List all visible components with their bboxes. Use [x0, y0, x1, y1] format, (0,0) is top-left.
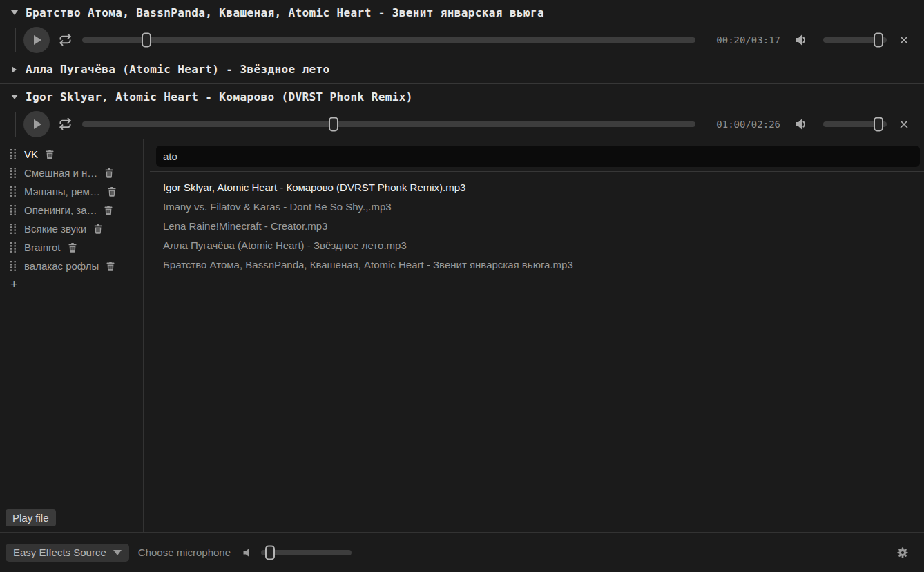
player-group-2: Алла Пугачёва (Atomic Heart) - Звёздное …	[0, 55, 924, 83]
drag-handle-icon[interactable]	[10, 205, 17, 215]
drag-handle-icon[interactable]	[10, 261, 17, 271]
time-display: 01:00/02:26	[716, 119, 780, 130]
player-group-1-header[interactable]: Братство Атома, BassnPanda, Квашеная, At…	[0, 0, 924, 25]
seek-slider-thumb[interactable]	[142, 32, 151, 47]
player-group-3: Igor Sklyar, Atomic Heart - Комарово (DV…	[0, 84, 924, 139]
play-file-button[interactable]: Play file	[6, 509, 56, 526]
search-input[interactable]	[156, 146, 920, 167]
volume-slider[interactable]	[823, 37, 887, 43]
collapse-icon	[10, 95, 18, 99]
tab-label: Опенинги, за…	[24, 204, 97, 216]
volume-slider-thumb[interactable]	[874, 32, 883, 47]
sidebar-tab-mashups[interactable]: Мэшапы, рем…	[0, 182, 143, 201]
main-section: VK Смешная и н… Мэшапы, рем… Опенинги, з…	[0, 139, 924, 532]
trash-icon[interactable]	[94, 224, 102, 234]
gear-icon[interactable]	[896, 546, 909, 559]
close-icon[interactable]	[898, 34, 910, 46]
tab-label: Мэшапы, рем…	[24, 186, 100, 197]
playlist-sidebar: VK Смешная и н… Мэшапы, рем… Опенинги, з…	[0, 139, 144, 532]
plus-icon: +	[10, 277, 18, 292]
time-display: 00:20/03:17	[716, 34, 780, 46]
play-icon	[34, 35, 41, 45]
tab-label: валакас рофлы	[24, 260, 99, 272]
tab-label: Смешная и н…	[24, 167, 97, 179]
player-track-title: Алла Пугачёва (Atomic Heart) - Звёздное …	[26, 63, 330, 76]
play-button[interactable]	[23, 27, 50, 53]
trash-icon[interactable]	[108, 187, 116, 197]
indent-guide	[15, 28, 16, 52]
tab-label: Brainrot	[24, 241, 61, 253]
source-select-dropdown[interactable]: Easy Effects Source	[6, 544, 129, 562]
volume-slider-thumb[interactable]	[874, 117, 883, 131]
muted-speaker-icon[interactable]	[242, 547, 253, 558]
soundboard-app: Братство Атома, BassnPanda, Квашеная, At…	[0, 0, 924, 572]
trash-icon[interactable]	[105, 168, 113, 178]
divider	[150, 171, 924, 172]
add-tab-button[interactable]: +	[0, 275, 143, 294]
drag-handle-icon[interactable]	[10, 168, 17, 178]
sidebar-tab-smeshnaya[interactable]: Смешная и н…	[0, 164, 143, 182]
sidebar-tab-sounds[interactable]: Всякие звуки	[0, 219, 143, 238]
expand-icon	[10, 66, 18, 73]
drag-handle-icon[interactable]	[10, 149, 17, 159]
drag-handle-icon[interactable]	[10, 242, 17, 253]
tab-label: VK	[24, 148, 38, 160]
mic-volume-slider-thumb[interactable]	[265, 545, 275, 560]
sidebar-spacer	[0, 294, 143, 509]
file-list: Igor Sklyar, Atomic Heart - Комарово (DV…	[156, 177, 924, 274]
sidebar-tab-openings[interactable]: Опенинги, за…	[0, 201, 143, 219]
repeat-icon[interactable]	[59, 117, 72, 130]
trash-icon[interactable]	[46, 150, 54, 159]
choose-microphone-label: Choose microphone	[138, 546, 231, 558]
close-icon[interactable]	[898, 118, 910, 130]
file-item[interactable]: Алла Пугачёва (Atomic Heart) - Звёздное …	[156, 235, 924, 255]
player-controls: 01:00/02:26	[0, 109, 924, 139]
seek-slider[interactable]	[82, 121, 695, 127]
sidebar-tab-vk[interactable]: VK	[0, 145, 143, 164]
player-track-title: Igor Sklyar, Atomic Heart - Комарово (DV…	[26, 90, 413, 103]
chevron-down-icon	[113, 550, 122, 555]
file-item[interactable]: Imany vs. Filatov & Karas - Dont Be So S…	[156, 197, 924, 216]
player-group-2-header[interactable]: Алла Пугачёва (Atomic Heart) - Звёздное …	[0, 55, 924, 83]
player-group-1: Братство Атома, BassnPanda, Квашеная, At…	[0, 0, 924, 55]
player-group-3-header[interactable]: Igor Sklyar, Atomic Heart - Комарово (DV…	[0, 84, 924, 109]
sidebar-tab-brainrot[interactable]: Brainrot	[0, 238, 143, 257]
repeat-icon[interactable]	[59, 33, 72, 46]
volume-icon[interactable]	[794, 118, 808, 130]
volume-icon[interactable]	[794, 34, 808, 46]
trash-icon[interactable]	[104, 206, 113, 215]
player-controls: 00:20/03:17	[0, 25, 924, 55]
tab-label: Всякие звуки	[24, 223, 86, 235]
drag-handle-icon[interactable]	[10, 186, 17, 197]
file-item[interactable]: Lena Raine!Minecraft - Creator.mp3	[156, 216, 924, 235]
drag-handle-icon[interactable]	[10, 224, 17, 234]
play-button[interactable]	[23, 111, 50, 137]
volume-slider[interactable]	[823, 121, 887, 127]
indent-guide	[15, 112, 16, 137]
sidebar-tab-valakas[interactable]: валакас рофлы	[0, 257, 143, 275]
seek-slider[interactable]	[82, 37, 695, 43]
trash-icon[interactable]	[68, 243, 77, 253]
play-icon	[34, 119, 41, 129]
mic-volume-slider[interactable]	[261, 550, 352, 555]
bottom-bar: Easy Effects Source Choose microphone	[0, 532, 924, 572]
source-select-label: Easy Effects Source	[13, 546, 106, 558]
file-item[interactable]: Igor Sklyar, Atomic Heart - Комарово (DV…	[156, 177, 924, 197]
player-track-title: Братство Атома, BassnPanda, Квашеная, At…	[26, 6, 544, 19]
file-panel: Igor Sklyar, Atomic Heart - Комарово (DV…	[144, 139, 924, 532]
file-item[interactable]: Братство Атома, BassnPanda, Квашеная, At…	[156, 255, 924, 274]
collapse-icon	[10, 10, 18, 15]
seek-slider-thumb[interactable]	[329, 117, 338, 131]
trash-icon[interactable]	[106, 262, 115, 271]
